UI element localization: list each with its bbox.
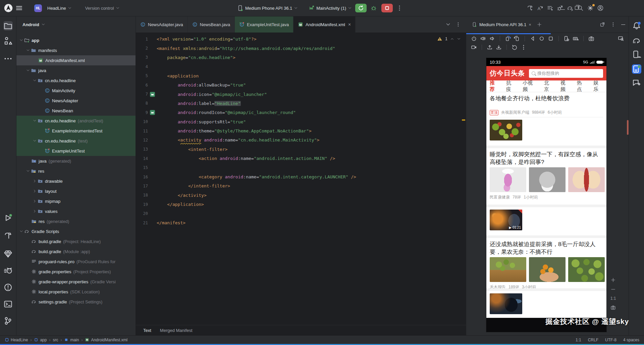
app-quality-insights-icon[interactable] xyxy=(3,249,13,258)
tab-list-dropdown-icon[interactable] xyxy=(445,22,451,27)
profiler-icon[interactable] xyxy=(547,5,553,11)
chevron-down-icon[interactable] xyxy=(18,229,24,233)
news-item[interactable]: 还没成熟就被迫提前采摘，8毛一斤却没人要，果农无奈：不摘不行禾木报告189评3小… xyxy=(486,238,606,288)
rotate-left-icon[interactable] xyxy=(505,36,511,42)
project-view-selector[interactable]: Android xyxy=(22,22,39,27)
chevron-down-icon[interactable] xyxy=(25,48,31,52)
view-tab-text[interactable]: Text xyxy=(143,328,151,333)
app-tab[interactable]: 小视频 xyxy=(523,80,537,93)
ai-assistant-icon[interactable] xyxy=(632,78,641,88)
launcher-icon-gutter-preview[interactable] xyxy=(150,92,155,97)
chevron-down-icon[interactable] xyxy=(25,68,31,72)
git-tool-icon[interactable] xyxy=(3,316,13,326)
virtual-keyboard-icon[interactable] xyxy=(573,36,579,42)
zoom-in-icon[interactable] xyxy=(610,277,616,283)
tree-item-mainactivity[interactable]: CMainActivity xyxy=(16,85,136,96)
chevron-down-icon[interactable] xyxy=(32,119,38,123)
file-encoding[interactable]: UTF-8 xyxy=(605,338,616,342)
running-devices-icon[interactable] xyxy=(632,64,641,74)
news-item[interactable]: 睡觉时，双脚突然蹬一下，有踩空感，像从高楼坠落，是咋回事?民富康健康78评1小时… xyxy=(486,148,606,205)
build-tool-icon[interactable] xyxy=(3,231,13,240)
caret-position[interactable]: 1:1 xyxy=(576,338,581,342)
app-tab[interactable]: 娱乐 xyxy=(593,80,603,93)
tree-item-java[interactable]: java xyxy=(16,65,136,75)
profile-icon[interactable] xyxy=(597,5,604,11)
tree-item-local-properties[interactable]: local.properties(SDK Location) xyxy=(16,287,136,297)
news-item[interactable] xyxy=(486,117,606,146)
editor-tab-newsbean-java[interactable]: CNewsBean.java xyxy=(188,16,235,33)
chevron-right-icon[interactable] xyxy=(32,209,38,213)
launcher-icon-gutter-preview[interactable] xyxy=(150,110,155,115)
notifications-icon[interactable] xyxy=(632,21,641,31)
app-tab[interactable]: 推荐 xyxy=(490,80,499,93)
tree-item-newsbean[interactable]: CNewsBean xyxy=(16,106,136,116)
line-ending[interactable]: CRLF xyxy=(588,338,598,342)
snapshot-camera-icon[interactable] xyxy=(588,36,594,42)
chevron-down-icon[interactable] xyxy=(32,78,38,82)
indent-setting[interactable]: 4 spaces xyxy=(623,338,639,342)
tree-item-exampleunittest[interactable]: CExampleUnitTest xyxy=(16,146,136,156)
breadcrumb-androidmanifest-xml[interactable]: MAndroidManifest.xml xyxy=(85,338,127,342)
news-item[interactable]: 各地餐企齐行动，杜绝餐饮浪费置顶央视新闻客户端9884评6小时前 xyxy=(486,92,606,117)
vcs-selector[interactable]: Version control xyxy=(83,4,122,13)
tree-item-build-gradle[interactable]: build.gradle(Project: HeadLine) xyxy=(16,236,136,246)
zoom-out-icon[interactable] xyxy=(610,287,616,292)
tab-close-icon[interactable]: × xyxy=(348,22,351,27)
run-more-actions-icon[interactable] xyxy=(396,5,403,11)
panel-options-icon[interactable] xyxy=(610,22,616,27)
run-config-selector[interactable]: MainActivity (1) xyxy=(306,3,354,13)
tree-item-cn-edu-headline[interactable]: cn.edu.headline(test) xyxy=(16,136,136,146)
news-item[interactable]: ▶ 01:21 xyxy=(486,207,606,235)
tree-item-java[interactable]: *java(generated) xyxy=(16,156,136,166)
breadcrumb-src[interactable]: src xyxy=(53,338,58,342)
editor-options-icon[interactable] xyxy=(455,22,461,27)
debug-button[interactable] xyxy=(368,4,379,12)
editor-tab-newsadapter-java[interactable]: CNewsAdapter.java xyxy=(136,16,188,33)
more-tool-windows-icon[interactable] xyxy=(3,54,13,63)
window-minimize-button[interactable] xyxy=(561,6,565,11)
tree-item-values[interactable]: values xyxy=(16,206,136,216)
view-tab-merged-manifest[interactable]: Merged Manifest xyxy=(160,328,193,333)
inspection-widget[interactable]: 1 xyxy=(437,36,461,42)
tree-item-cn-edu-headline[interactable]: cn.edu.headline(androidTest) xyxy=(16,116,136,126)
tree-item-androidmanifest-xml[interactable]: MAndroidManifest.xml xyxy=(16,55,136,65)
editor-tab-exampleunittest-java[interactable]: CExampleUnitTest.java xyxy=(235,16,293,33)
home-icon[interactable] xyxy=(539,36,545,42)
tree-item-newsadapter[interactable]: CNewsAdapter xyxy=(16,96,136,106)
rerun-button[interactable] xyxy=(355,4,367,12)
kebab-icon[interactable] xyxy=(521,44,527,50)
tree-item-exampleinstrumentedtest[interactable]: CExampleInstrumentedTest xyxy=(16,126,136,136)
tree-item-cn-edu-headline[interactable]: cn.edu.headline xyxy=(16,75,136,85)
project-badge[interactable]: HL xyxy=(34,4,42,12)
tree-item-gradle-wrapper-properties[interactable]: gradle-wrapper.properties(Gradle Versi xyxy=(16,277,136,287)
back-icon[interactable] xyxy=(530,36,536,42)
chevron-right-icon[interactable] xyxy=(32,199,38,203)
main-menu-icon[interactable] xyxy=(16,6,22,10)
project-selector[interactable]: HeadLine xyxy=(45,4,74,13)
stop-button[interactable] xyxy=(381,4,393,12)
volume-down-icon[interactable] xyxy=(489,36,495,42)
device-tab-close-icon[interactable]: × xyxy=(529,22,531,27)
gradle-tool-icon[interactable] xyxy=(632,36,641,45)
tree-item-res[interactable]: res xyxy=(16,166,136,176)
breadcrumb-headline[interactable]: HeadLine xyxy=(5,338,28,342)
window-close-button[interactable]: × xyxy=(589,5,592,11)
power-icon[interactable] xyxy=(471,36,477,42)
breadcrumb-app[interactable]: app xyxy=(34,338,47,342)
take-screenshot-icon[interactable] xyxy=(610,305,616,310)
display-zoom-icon[interactable] xyxy=(618,36,624,42)
tree-item-mipmap[interactable]: mipmap xyxy=(16,196,136,206)
chevron-down-icon[interactable] xyxy=(32,139,38,143)
tree-item-settings-gradle[interactable]: settings.gradle(Project Settings) xyxy=(16,297,136,307)
chevron-right-icon[interactable] xyxy=(32,179,38,183)
prev-warning-icon[interactable] xyxy=(450,37,454,41)
app-tab[interactable]: 北京 xyxy=(544,80,554,93)
new-device-tab-icon[interactable] xyxy=(537,22,542,27)
tree-item-manifests[interactable]: manifests xyxy=(16,45,136,55)
volume-up-icon[interactable] xyxy=(480,36,486,42)
tree-item-drawable[interactable]: drawable xyxy=(16,176,136,186)
emulator-screen[interactable]: 10:33 5G 仿今日头条 搜你想搜的 推荐抗疫小视频北京视频热点娱乐 各地餐… xyxy=(486,58,606,332)
next-warning-icon[interactable] xyxy=(457,37,461,41)
breadcrumb-main[interactable]: main xyxy=(64,338,79,342)
app-tab[interactable]: 热点 xyxy=(577,80,587,93)
